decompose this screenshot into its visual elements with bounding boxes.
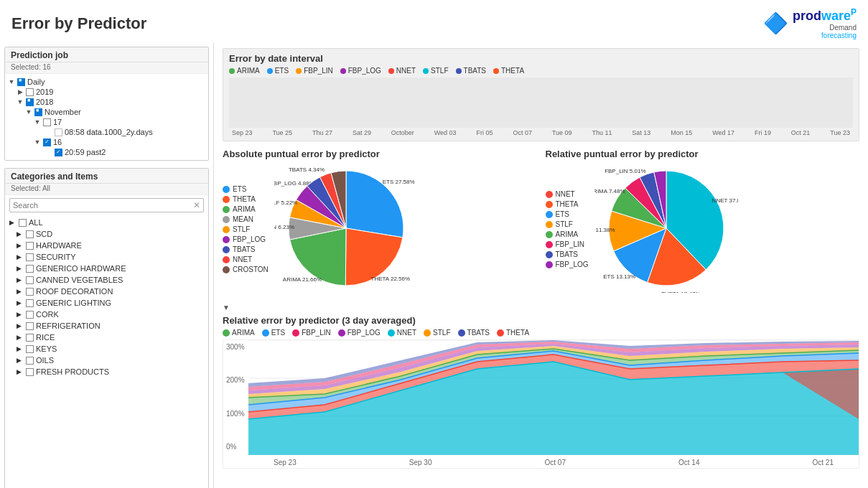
svg-text:THETA 22.56%: THETA 22.56%: [370, 276, 410, 282]
svg-text:ETS 13.13%: ETS 13.13%: [603, 273, 635, 280]
tree-item-november[interactable]: ▼ November: [8, 107, 205, 117]
svg-text:TBATS 4.34%: TBATS 4.34%: [289, 166, 325, 173]
abs-mean-dot: [223, 216, 230, 223]
toggle-2019[interactable]: ▶: [17, 88, 24, 95]
area-theta-dot: [497, 329, 504, 337]
logo: 🔷 prodwareP Demand forecasting: [763, 7, 857, 39]
area-yaxis: 300% 200% 100% 0%: [223, 340, 248, 454]
abs-croston-dot: [223, 266, 230, 273]
area-ets-dot: [262, 329, 269, 337]
area-chart-svg: [248, 340, 859, 455]
area-chart-wrap: 300% 200% 100% 0%: [223, 339, 859, 469]
cat-item-hardware[interactable]: ▶ HARDWARE: [9, 240, 204, 251]
area-stlf-dot: [424, 329, 431, 337]
svg-rect-0: [229, 78, 853, 128]
tree-item-0858[interactable]: 08:58 data.1000_2y.days: [8, 127, 205, 137]
checkbox-17[interactable]: [43, 118, 51, 126]
tree-item-2018[interactable]: ▼ 2018: [8, 97, 205, 107]
legend-fbp-lin: FBP_LIN: [296, 67, 333, 75]
svg-text:ARIMA 7.48%: ARIMA 7.48%: [594, 188, 625, 194]
area-legend: ARIMA ETS FBP_LIN FBP_LOG NNET STLF TBAT…: [223, 329, 859, 337]
abs-stlf-dot: [223, 226, 230, 233]
abs-pie-content: ETS THETA ARIMA MEAN STLF FBP_LOG TBATS …: [223, 164, 537, 295]
legend-fbp-log: FBP_LOG: [340, 67, 381, 75]
checkbox-2059[interactable]: [55, 149, 62, 156]
ets-dot: [267, 68, 273, 74]
rel-pie-legend: NNET THETA ETS STLF ARIMA FBP_LIN TBATS …: [546, 190, 589, 268]
rel-stlf-dot: [546, 221, 553, 228]
tree-item-16[interactable]: ▼ 16: [8, 137, 205, 147]
cat-item-oils[interactable]: ▶ OILS: [9, 355, 204, 366]
checkbox-16[interactable]: [43, 139, 51, 146]
cat-item-roof[interactable]: ▶ ROOF DECORATION: [9, 286, 204, 297]
left-panel: Prediction job Selected: 16 ▼ Daily ▶ 20…: [0, 42, 214, 488]
rel-pie-content: NNET THETA ETS STLF ARIMA FBP_LIN TBATS …: [546, 164, 860, 295]
prediction-job-panel: Prediction job Selected: 16 ▼ Daily ▶ 20…: [4, 47, 209, 161]
area-nnet-dot: [388, 329, 395, 337]
search-input[interactable]: [13, 201, 193, 210]
toggle-november[interactable]: ▼: [25, 108, 32, 116]
cat-item-security[interactable]: ▶ SECURITY: [9, 251, 204, 263]
page-title: Error by Predictor: [11, 14, 146, 33]
legend-nnet: NNET: [388, 67, 416, 75]
tree-item-17[interactable]: ▼ 17: [8, 117, 205, 127]
timeline-title: Error by date interval: [229, 53, 853, 64]
abs-ets-dot: [223, 186, 230, 193]
search-box[interactable]: ✕: [9, 198, 204, 212]
checkbox-0858[interactable]: [55, 128, 62, 136]
cat-item-keys[interactable]: ▶ KEYS: [9, 343, 204, 355]
cat-item-all[interactable]: ▶ ALL: [9, 217, 204, 228]
checkbox-daily[interactable]: [17, 78, 25, 86]
prediction-job-tree: ▼ Daily ▶ 2019 ▼ 2018 ▼ November: [5, 74, 208, 160]
legend-ets: ETS: [267, 67, 289, 75]
arima-dot: [229, 68, 235, 74]
checkbox-2019[interactable]: [26, 88, 34, 96]
toggle-daily[interactable]: ▼: [8, 78, 15, 85]
svg-text:THETA 17.47%: THETA 17.47%: [661, 291, 701, 293]
rel-theta-dot: [546, 201, 553, 208]
svg-text:FBP_LIN 5.01%: FBP_LIN 5.01%: [605, 168, 645, 174]
timeline-xaxis: Sep 23 Tue 25 Thu 27 Sat 29 October Wed …: [229, 129, 853, 136]
svg-text:ETS 27.58%: ETS 27.58%: [383, 179, 415, 185]
dropdown-arrow-icon: ▼: [223, 304, 230, 311]
tree-item-daily[interactable]: ▼ Daily: [8, 77, 205, 87]
rel-pie-title: Relative puntual error by predictor: [546, 149, 860, 159]
area-fbplin-dot: [292, 329, 299, 337]
tbats-dot: [456, 68, 462, 74]
stlf-dot: [423, 68, 429, 74]
cat-item-refrigeration[interactable]: ▶ REFRIGERATION: [9, 320, 204, 332]
right-panel: Error by date interval ARIMA ETS FBP_LIN…: [214, 42, 868, 488]
timeline-chart: Error by date interval ARIMA ETS FBP_LIN…: [223, 48, 859, 141]
tree-item-2059[interactable]: 20:59 past2: [8, 147, 205, 157]
cat-item-fresh[interactable]: ▶ FRESH PRODUCTS: [9, 366, 204, 377]
cat-item-generic-lighting[interactable]: ▶ GENERIC LIGHTING: [9, 297, 204, 309]
area-chart-title: Relative error by predictor (3 day avera…: [223, 315, 859, 326]
rel-fbplin-dot: [546, 241, 553, 248]
cat-item-cork[interactable]: ▶ CORK: [9, 309, 204, 320]
toggle-17[interactable]: ▼: [34, 118, 41, 126]
categories-panel: Categories and Items Selected: All ✕ ▶ A…: [4, 168, 209, 488]
cat-item-scd[interactable]: ▶ SCD: [9, 228, 204, 240]
search-clear-icon[interactable]: ✕: [193, 200, 200, 210]
legend-tbats: TBATS: [456, 67, 486, 75]
timeline-svg: bar groups: [229, 78, 853, 128]
cat-item-generico[interactable]: ▶ GENERICO HARDWARE: [9, 263, 204, 274]
toggle-16[interactable]: ▼: [34, 139, 41, 146]
rel-tbats-dot: [546, 251, 553, 258]
cat-item-canned[interactable]: ▶ CANNED VEGETABLES: [9, 274, 204, 286]
legend-theta: THETA: [493, 67, 524, 75]
area-tbats-dot: [458, 329, 465, 337]
legend-arima: ARIMA: [229, 67, 260, 75]
tree-item-2019[interactable]: ▶ 2019: [8, 87, 205, 97]
abs-arima-dot: [223, 206, 230, 213]
checkbox-2018[interactable]: [26, 98, 34, 106]
dropdown-trigger[interactable]: ▼: [223, 304, 230, 311]
toggle-2018[interactable]: ▼: [17, 98, 24, 105]
logo-icon: 🔷: [763, 11, 788, 35]
fbplin-dot: [296, 68, 302, 74]
cat-item-rice[interactable]: ▶ RICE: [9, 332, 204, 343]
prediction-job-subtitle: Selected: 16: [5, 62, 208, 74]
area-fbplog-dot: [338, 329, 345, 337]
svg-text:NNET 37.88%: NNET 37.88%: [711, 197, 737, 204]
checkbox-november[interactable]: [34, 108, 42, 116]
